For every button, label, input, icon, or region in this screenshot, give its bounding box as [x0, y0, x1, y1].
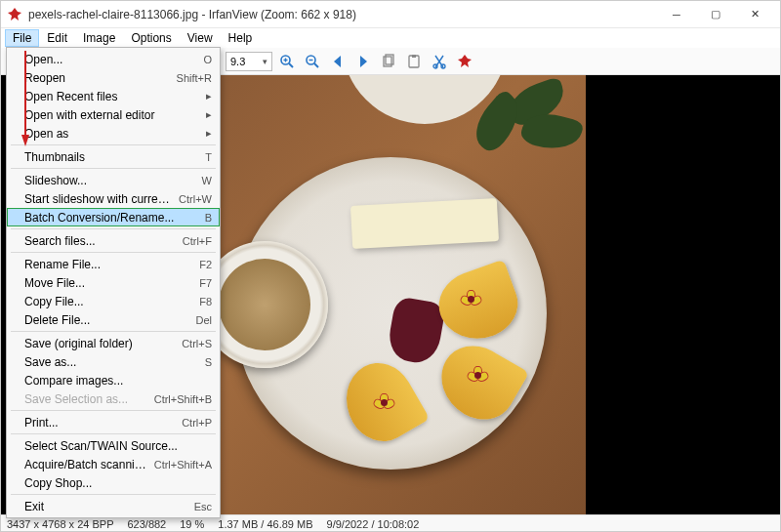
- file-menu-item: Save Selection as...Ctrl+Shift+B: [7, 389, 220, 408]
- menu-item-label: Save Selection as...: [24, 392, 148, 406]
- menu-image[interactable]: Image: [75, 29, 123, 47]
- svg-line-1: [289, 63, 293, 67]
- app-icon: [7, 7, 22, 22]
- menu-item-shortcut: ▸: [206, 90, 212, 102]
- menu-item-shortcut: Esc: [194, 501, 212, 512]
- menu-file[interactable]: File: [5, 29, 39, 47]
- menu-item-shortcut: Ctrl+P: [182, 417, 212, 429]
- status-size: 1.37 MB / 46.89 MB: [218, 518, 312, 530]
- hint-arrow-icon: [21, 51, 29, 152]
- file-menu-item[interactable]: Print...Ctrl+P: [7, 413, 220, 431]
- menu-item-shortcut: F8: [199, 296, 212, 307]
- file-menu-item[interactable]: Copy Shop...: [7, 473, 220, 492]
- menu-item-label: Rename File...: [24, 258, 193, 271]
- file-menu-item[interactable]: Open...O: [7, 50, 220, 68]
- chevron-down-icon: ▾: [263, 57, 267, 66]
- menu-item-shortcut: Shift+R: [177, 72, 212, 84]
- prev-button[interactable]: [327, 51, 349, 72]
- menu-item-label: Open as: [24, 127, 200, 141]
- minimize-button[interactable]: ─: [657, 3, 696, 26]
- file-menu-item[interactable]: Open Recent files▸: [7, 87, 220, 105]
- paste-button[interactable]: [403, 51, 425, 72]
- menu-help[interactable]: Help: [221, 29, 261, 47]
- file-menu-item[interactable]: ExitEsc: [7, 497, 220, 515]
- menu-item-label: Copy File...: [24, 295, 193, 308]
- file-menu-item[interactable]: Copy File...F8: [7, 292, 220, 310]
- menu-item-label: Copy Shop...: [24, 476, 206, 490]
- toolbar-combo-value: 9.3: [230, 56, 245, 67]
- menu-item-shortcut: Ctrl+S: [182, 338, 212, 349]
- file-menu-item[interactable]: Save (original folder)Ctrl+S: [7, 334, 220, 352]
- menu-item-shortcut: ▸: [206, 108, 212, 121]
- irfan-icon[interactable]: [454, 51, 475, 72]
- maximize-button[interactable]: ▢: [696, 3, 735, 26]
- file-menu-item[interactable]: Rename File...F2: [7, 255, 220, 273]
- svg-line-5: [314, 63, 318, 67]
- menu-item-label: Thumbnails: [24, 150, 199, 164]
- svg-rect-10: [412, 55, 416, 58]
- status-zoom: 19 %: [180, 518, 204, 530]
- menu-item-label: Slideshow...: [24, 174, 196, 187]
- menu-item-label: Select Scan/TWAIN Source...: [24, 439, 206, 453]
- file-menu-item[interactable]: Save as...S: [7, 352, 220, 371]
- menu-item-label: Print...: [24, 416, 176, 430]
- toolbar-combo[interactable]: 9.3 ▾: [226, 52, 272, 71]
- menu-item-label: Save (original folder): [24, 337, 176, 350]
- menu-item-label: Move File...: [24, 276, 193, 290]
- file-menu-item[interactable]: Select Scan/TWAIN Source...: [7, 436, 220, 455]
- menu-options[interactable]: Options: [123, 29, 179, 47]
- menu-item-shortcut: Ctrl+F: [183, 235, 212, 247]
- menu-item-label: Acquire/Batch scanning...: [24, 458, 148, 471]
- menu-item-label: Batch Conversion/Rename...: [24, 211, 199, 225]
- file-menu-item[interactable]: Batch Conversion/Rename...B: [7, 208, 220, 226]
- status-dimensions: 3437 x 4768 x 24 BPP: [7, 518, 113, 530]
- menu-item-label: Reopen: [24, 71, 171, 85]
- titlebar: pexels-rachel-claire-8113066.jpg - Irfan…: [1, 1, 780, 28]
- file-menu-item[interactable]: Move File...F7: [7, 273, 220, 292]
- file-menu-item[interactable]: Slideshow...W: [7, 171, 220, 189]
- menu-item-label: Save as...: [24, 355, 199, 369]
- window-title: pexels-rachel-claire-8113066.jpg - Irfan…: [28, 8, 657, 21]
- status-date: 9/9/2022 / 10:08:02: [327, 518, 420, 530]
- file-menu-item[interactable]: Acquire/Batch scanning...Ctrl+Shift+A: [7, 455, 220, 473]
- file-menu-item[interactable]: Open as▸: [7, 124, 220, 143]
- menu-item-label: Delete File...: [24, 313, 189, 327]
- file-menu-item[interactable]: ThumbnailsT: [7, 147, 220, 166]
- status-frames: 623/882: [127, 518, 166, 530]
- menu-item-label: Exit: [24, 500, 188, 513]
- menu-edit[interactable]: Edit: [39, 29, 75, 47]
- displayed-image: [195, 75, 586, 514]
- menu-item-shortcut: F2: [199, 259, 212, 270]
- file-menu-item[interactable]: Delete File...Del: [7, 310, 220, 329]
- menu-item-shortcut: T: [205, 151, 212, 163]
- menu-item-shortcut: Ctrl+Shift+A: [154, 459, 212, 471]
- menu-item-shortcut: Ctrl+W: [179, 193, 212, 205]
- zoom-in-button[interactable]: [276, 51, 298, 72]
- file-menu-item[interactable]: ReopenShift+R: [7, 68, 220, 87]
- menubar: File Edit Image Options View Help: [1, 28, 780, 48]
- menu-item-label: Start slideshow with current file list: [24, 192, 173, 206]
- menu-item-shortcut: S: [205, 356, 212, 368]
- file-menu-item[interactable]: Compare images...: [7, 371, 220, 389]
- menu-item-label: Open with external editor: [24, 108, 200, 122]
- cut-button[interactable]: [429, 51, 450, 72]
- menu-item-label: Open Recent files: [24, 90, 200, 103]
- menu-item-label: Open...: [24, 53, 197, 66]
- next-button[interactable]: [352, 51, 374, 72]
- menu-item-label: Search files...: [24, 234, 177, 248]
- zoom-out-button[interactable]: [302, 51, 323, 72]
- menu-item-shortcut: W: [202, 175, 212, 186]
- menu-item-label: Compare images...: [24, 374, 206, 388]
- window-controls: ─ ▢ ✕: [657, 3, 774, 26]
- menu-item-shortcut: F7: [199, 277, 212, 289]
- file-menu-item[interactable]: Open with external editor▸: [7, 105, 220, 124]
- menu-item-shortcut: Ctrl+Shift+B: [154, 393, 212, 405]
- close-button[interactable]: ✕: [735, 3, 774, 26]
- copy-button[interactable]: [378, 51, 399, 72]
- menu-view[interactable]: View: [180, 29, 221, 47]
- menu-item-shortcut: ▸: [206, 127, 212, 140]
- menu-item-shortcut: O: [203, 54, 212, 65]
- menu-item-shortcut: B: [205, 212, 212, 224]
- file-menu-item[interactable]: Start slideshow with current file listCt…: [7, 189, 220, 208]
- file-menu-item[interactable]: Search files...Ctrl+F: [7, 231, 220, 250]
